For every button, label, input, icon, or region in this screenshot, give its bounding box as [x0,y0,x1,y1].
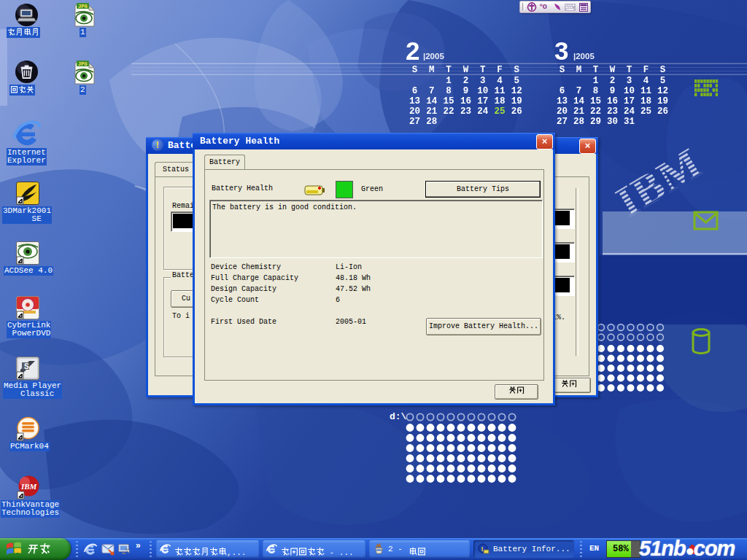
svg-text:|2005: |2005 [423,52,444,61]
svg-text:15: 15 [590,96,601,106]
svg-text:7: 7 [576,86,582,96]
svg-text:10: 10 [477,86,488,96]
svg-text:2: 2 [463,76,469,86]
svg-text:F: F [643,65,649,75]
svg-text:S: S [514,65,520,75]
svg-text:T: T [627,65,632,75]
svg-text:JPG: JPG [78,61,88,67]
svg-text:F: F [497,65,503,75]
svg-text:26: 26 [657,106,668,117]
svg-text:6: 6 [560,86,565,96]
svg-text:W: W [610,65,616,75]
svg-text:28: 28 [573,117,584,127]
svg-text:12: 12 [511,86,522,96]
svg-text:19: 19 [511,96,522,106]
svg-text:28: 28 [426,117,437,127]
svg-text:d:\: d:\ [390,411,407,422]
svg-text:10: 10 [624,86,635,96]
svg-text:27: 27 [557,117,568,127]
svg-text:S: S [660,65,666,75]
svg-text:9: 9 [610,86,616,96]
svg-text:23: 23 [607,106,618,117]
svg-text:22: 22 [444,106,454,117]
svg-text:7: 7 [429,86,435,96]
svg-text:4: 4 [643,76,649,86]
svg-text:13: 13 [557,96,568,106]
svg-text:M: M [576,65,582,75]
svg-text:25: 25 [494,106,505,117]
svg-text:2: 2 [610,76,616,86]
svg-text:T: T [446,65,452,75]
svg-text:17: 17 [624,96,635,106]
svg-text:9: 9 [463,86,469,96]
svg-text:25: 25 [640,106,651,117]
svg-text:3: 3 [480,76,486,86]
svg-text:!: ! [481,545,484,553]
svg-text:3: 3 [627,76,632,86]
svg-text:14: 14 [426,96,438,106]
svg-text:21: 21 [573,106,584,117]
svg-text:16: 16 [607,96,618,106]
svg-text:T: T [480,65,486,75]
svg-text:IBM: IBM [20,482,38,491]
svg-text:17: 17 [477,96,488,106]
svg-text:30: 30 [607,117,618,127]
svg-text:18: 18 [640,96,651,106]
svg-text:13: 13 [409,96,420,106]
svg-text:2: 2 [406,36,419,65]
svg-text:18: 18 [494,96,505,106]
svg-text:14: 14 [573,96,585,106]
svg-text:16: 16 [460,96,471,106]
svg-text:11: 11 [640,86,651,96]
svg-text:29: 29 [590,117,601,127]
svg-text:19: 19 [657,96,668,106]
svg-text:5: 5 [514,76,520,86]
svg-text:|2005: |2005 [573,52,595,61]
svg-text:22: 22 [590,106,601,117]
svg-text:T: T [593,65,599,75]
svg-text:JPG: JPG [78,4,88,9]
svg-text:24: 24 [477,106,489,117]
svg-text:6: 6 [412,86,418,96]
svg-text:1: 1 [593,76,599,86]
svg-text:S: S [412,65,418,75]
svg-text:8: 8 [446,86,452,96]
svg-text:S: S [24,362,29,370]
svg-text:23: 23 [460,106,471,117]
svg-text:W: W [463,65,469,75]
svg-text:20: 20 [409,106,420,117]
svg-text:12: 12 [657,86,668,96]
svg-text:31: 31 [624,117,635,127]
svg-text:4: 4 [497,76,503,86]
svg-text:26: 26 [511,106,522,117]
svg-text:8: 8 [593,86,599,96]
svg-text:20: 20 [557,106,568,117]
svg-text:15: 15 [444,96,454,106]
svg-text:24: 24 [624,106,635,117]
svg-text:1: 1 [446,76,452,86]
svg-text:5: 5 [660,76,666,86]
svg-text:M: M [429,65,435,75]
svg-text:27: 27 [409,117,420,127]
svg-text:11: 11 [494,86,505,96]
svg-text:21: 21 [426,106,437,117]
svg-text:S: S [560,65,565,75]
svg-text:3: 3 [554,36,568,65]
